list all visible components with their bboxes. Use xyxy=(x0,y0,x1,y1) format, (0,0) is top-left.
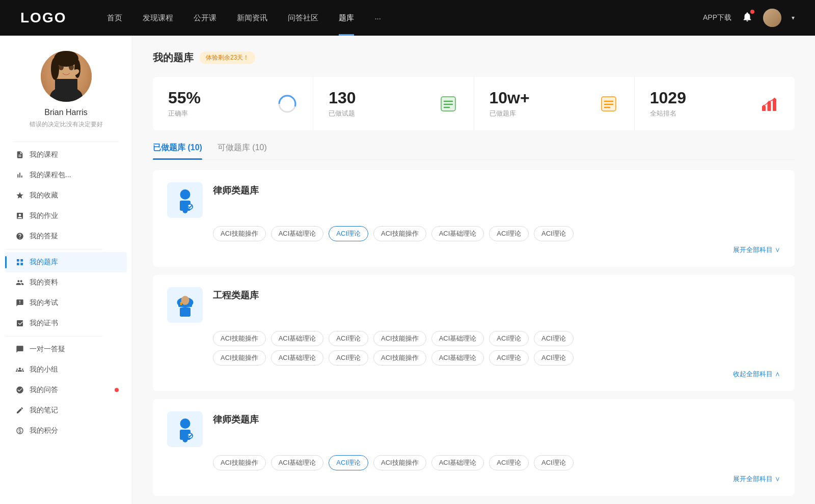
tag-1-4[interactable]: ACI基础理论 xyxy=(431,226,484,241)
tag-2-r1-0[interactable]: ACI技能操作 xyxy=(213,331,266,346)
stat-accuracy-text: 55% 正确率 xyxy=(168,89,269,118)
tag-1-3[interactable]: ACI技能操作 xyxy=(373,226,426,241)
svg-point-6 xyxy=(51,58,59,80)
sidebar-label-mypoints: 我的积分 xyxy=(30,426,58,435)
user-avatar-nav[interactable] xyxy=(763,9,781,27)
stat-banks-done: 10w+ 已做题库 xyxy=(474,77,635,130)
sidebar-item-myquestionbank[interactable]: 我的题库 xyxy=(5,252,127,272)
sidebar-label-myhomework: 我的作业 xyxy=(30,211,58,220)
expand-link-1[interactable]: 展开全部科目 ∨ xyxy=(167,245,780,255)
chat-icon xyxy=(15,345,24,354)
tag-2-r2-5[interactable]: ACI理论 xyxy=(489,350,529,366)
sidebar-item-myprofile[interactable]: 我的资料 xyxy=(5,272,127,293)
tag-2-r1-2[interactable]: ACI理论 xyxy=(329,331,368,346)
tag-2-r2-2[interactable]: ACI理论 xyxy=(329,350,368,366)
stat-ranking: 1029 全站排名 xyxy=(635,77,795,130)
svg-point-30 xyxy=(182,208,187,213)
stat-questions-done: 130 已做试题 xyxy=(313,77,474,130)
tag-1-2[interactable]: ACI理论 xyxy=(329,226,368,241)
tag-3-6[interactable]: ACI理论 xyxy=(534,455,574,470)
sidebar-menu: 我的课程 我的课程包... 我的收藏 我的作业 xyxy=(0,145,132,441)
tag-3-2[interactable]: ACI理论 xyxy=(329,455,368,470)
sidebar-label-mycoursepack: 我的课程包... xyxy=(30,171,71,180)
sidebar-item-myexam[interactable]: 我的考试 xyxy=(5,293,127,313)
tag-1-6[interactable]: ACI理论 xyxy=(534,226,574,241)
stat-questions-done-text: 130 已做试题 xyxy=(329,89,429,118)
svg-point-37 xyxy=(180,418,190,429)
logo[interactable]: LOGO xyxy=(20,10,66,26)
sidebar-item-myqa[interactable]: 我的答疑 xyxy=(5,226,127,246)
tab-todo[interactable]: 可做题库 (10) xyxy=(218,143,267,159)
nav-news[interactable]: 新闻资讯 xyxy=(227,0,278,36)
tab-done[interactable]: 已做题库 (10) xyxy=(153,143,202,159)
tag-2-r2-4[interactable]: ACI基础理论 xyxy=(431,350,484,366)
tag-1-1[interactable]: ACI基础理论 xyxy=(271,226,324,241)
svg-rect-35 xyxy=(180,307,191,317)
sidebar: Brian Harris 错误的决定比没有决定要好 我的课程 我的课程包... xyxy=(0,36,132,504)
bank-card-2-header: 工程类题库 xyxy=(167,287,780,323)
sidebar-label-myqa: 我的答疑 xyxy=(30,232,58,241)
sidebar-label-myexam: 我的考试 xyxy=(30,298,58,307)
sidebar-item-myquestions[interactable]: 我的问答 xyxy=(5,380,127,400)
trial-badge: 体验剩余23天！ xyxy=(200,51,255,64)
people-icon xyxy=(15,278,24,287)
tag-3-1[interactable]: ACI基础理论 xyxy=(271,455,324,470)
tag-3-3[interactable]: ACI技能操作 xyxy=(373,455,426,470)
notification-bell[interactable] xyxy=(742,11,753,24)
nav-qa[interactable]: 问答社区 xyxy=(278,0,329,36)
tag-2-r2-0[interactable]: ACI技能操作 xyxy=(213,350,266,366)
app-download-button[interactable]: APP下载 xyxy=(703,13,731,22)
sidebar-item-mycertificate[interactable]: 我的证书 xyxy=(5,313,127,333)
user-dropdown-arrow[interactable]: ▾ xyxy=(792,14,795,21)
sidebar-item-mynotes[interactable]: 我的笔记 xyxy=(5,400,127,421)
user-avatar xyxy=(41,51,92,102)
pie-chart-icon xyxy=(277,94,297,114)
star-icon xyxy=(15,191,24,200)
tag-1-5[interactable]: ACI理论 xyxy=(489,226,529,241)
tag-2-r2-3[interactable]: ACI技能操作 xyxy=(373,350,426,366)
sidebar-label-mycourse: 我的课程 xyxy=(30,150,58,159)
document-icon xyxy=(15,150,24,159)
collapse-link-2[interactable]: 收起全部科目 ∧ xyxy=(167,370,780,379)
expand-link-3[interactable]: 展开全部科目 ∨ xyxy=(167,474,780,484)
sidebar-item-myfavorite[interactable]: 我的收藏 xyxy=(5,185,127,206)
orange-list-icon xyxy=(599,94,619,114)
qa-icon xyxy=(15,385,24,395)
sidebar-item-mycoursepack[interactable]: 我的课程包... xyxy=(5,165,127,185)
user-motto: 错误的决定比没有决定要好 xyxy=(19,120,113,129)
divider-3 xyxy=(5,336,102,337)
sidebar-label-myquestionbank: 我的题库 xyxy=(30,258,58,267)
tag-2-r1-5[interactable]: ACI理论 xyxy=(489,331,529,346)
nav-right: APP下载 ▾ xyxy=(703,9,795,27)
tag-2-r2-1[interactable]: ACI基础理论 xyxy=(271,350,324,366)
tag-3-5[interactable]: ACI理论 xyxy=(489,455,529,470)
nav-more[interactable]: ··· xyxy=(364,0,391,36)
svg-point-27 xyxy=(774,98,776,100)
sidebar-item-mygroup[interactable]: 我的小组 xyxy=(5,359,127,380)
svg-point-26 xyxy=(768,101,770,103)
nav-discover[interactable]: 发现课程 xyxy=(132,0,183,36)
tag-2-r1-1[interactable]: ACI基础理论 xyxy=(271,331,324,346)
tag-2-r1-4[interactable]: ACI基础理论 xyxy=(431,331,484,346)
sidebar-item-myhomework[interactable]: 我的作业 xyxy=(5,206,127,226)
sidebar-label-myquestions: 我的问答 xyxy=(30,385,58,395)
tag-2-r1-6[interactable]: ACI理论 xyxy=(534,331,574,346)
tag-3-4[interactable]: ACI基础理论 xyxy=(431,455,484,470)
nav-home[interactable]: 首页 xyxy=(97,0,132,36)
content-area: 我的题库 体验剩余23天！ 55% 正确率 xyxy=(132,36,815,504)
sidebar-item-mycourse[interactable]: 我的课程 xyxy=(5,145,127,165)
tag-3-0[interactable]: ACI技能操作 xyxy=(213,455,266,470)
bank-tags-2-row1: ACI技能操作 ACI基础理论 ACI理论 ACI技能操作 ACI基础理论 AC… xyxy=(213,331,780,346)
sidebar-item-mypoints[interactable]: 我的积分 xyxy=(5,421,127,441)
bank-title-2: 工程类题库 xyxy=(213,287,259,301)
sidebar-item-one-on-one[interactable]: 一对一答疑 xyxy=(5,339,127,359)
tag-2-r2-6[interactable]: ACI理论 xyxy=(534,350,574,366)
nav-open-course[interactable]: 公开课 xyxy=(183,0,227,36)
tag-2-r1-3[interactable]: ACI技能操作 xyxy=(373,331,426,346)
stat-ranking-value: 1029 xyxy=(650,89,751,107)
stat-accuracy-value: 55% xyxy=(168,89,269,107)
svg-rect-2 xyxy=(55,79,77,94)
tag-1-0[interactable]: ACI技能操作 xyxy=(213,226,266,241)
main-layout: Brian Harris 错误的决定比没有决定要好 我的课程 我的课程包... xyxy=(0,36,815,504)
nav-questionbank[interactable]: 题库 xyxy=(329,0,364,36)
